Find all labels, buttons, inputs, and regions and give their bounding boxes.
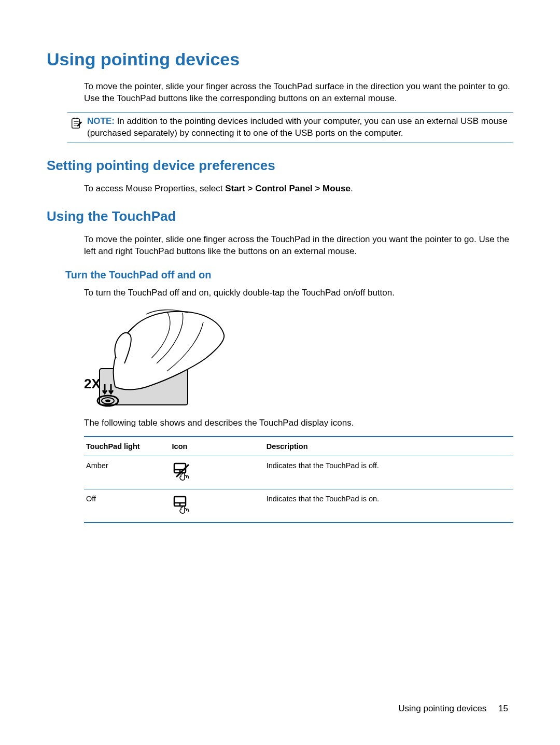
note-body: In addition to the pointing devices incl… (87, 116, 508, 138)
note-icon (71, 116, 82, 132)
pref-text-prefix: To access Mouse Properties, select (84, 184, 225, 193)
footer-page-number: 15 (498, 704, 508, 713)
touchpad-paragraph-1: To move the pointer, slide one finger ac… (84, 234, 513, 258)
svg-point-4 (105, 399, 110, 402)
table-row: Off Indicates that the TouchPad is on. (84, 489, 513, 523)
preferences-paragraph: To access Mouse Properties, select Start… (84, 183, 513, 195)
touchpad-icons-table: TouchPad light Icon Description Amber (84, 436, 513, 523)
table-cell-light: Off (84, 489, 170, 523)
table-header-icon: Icon (170, 437, 264, 456)
table-row: Amber Indicates that the TouchPad is off… (84, 456, 513, 489)
touchpad-off-icon (172, 475, 193, 484)
touchpad-paragraph-3: The following table shows and describes … (84, 417, 513, 429)
table-cell-light: Amber (84, 456, 170, 489)
note-label: NOTE: (87, 116, 115, 126)
intro-paragraph: To move the pointer, slide your finger a… (84, 81, 513, 105)
subsection-heading-onoff: Turn the TouchPad off and on (65, 269, 513, 281)
touchpad-paragraph-2: To turn the TouchPad off and on, quickly… (84, 287, 513, 299)
note-callout: NOTE: In addition to the pointing device… (67, 112, 513, 143)
pref-text-bold: Start > Control Panel > Mouse (225, 184, 351, 193)
touchpad-on-icon (172, 509, 193, 517)
table-cell-desc: Indicates that the TouchPad is on. (264, 489, 513, 523)
touchpad-double-tap-illustration: 2X (84, 306, 229, 412)
table-header-light: TouchPad light (84, 437, 170, 456)
page-title: Using pointing devices (47, 49, 513, 69)
section-heading-touchpad: Using the TouchPad (47, 208, 513, 224)
section-heading-preferences: Setting pointing device preferences (47, 158, 513, 174)
table-cell-desc: Indicates that the TouchPad is off. (264, 456, 513, 489)
pref-text-suffix: . (351, 184, 353, 193)
table-cell-icon (170, 456, 264, 489)
page-footer: Using pointing devices 15 (398, 704, 508, 714)
table-header-desc: Description (264, 437, 513, 456)
table-cell-icon (170, 489, 264, 523)
table-header-row: TouchPad light Icon Description (84, 437, 513, 456)
note-text: NOTE: In addition to the pointing device… (87, 116, 513, 139)
footer-section-name: Using pointing devices (398, 704, 486, 713)
illustration-2x-label: 2X (84, 376, 101, 391)
